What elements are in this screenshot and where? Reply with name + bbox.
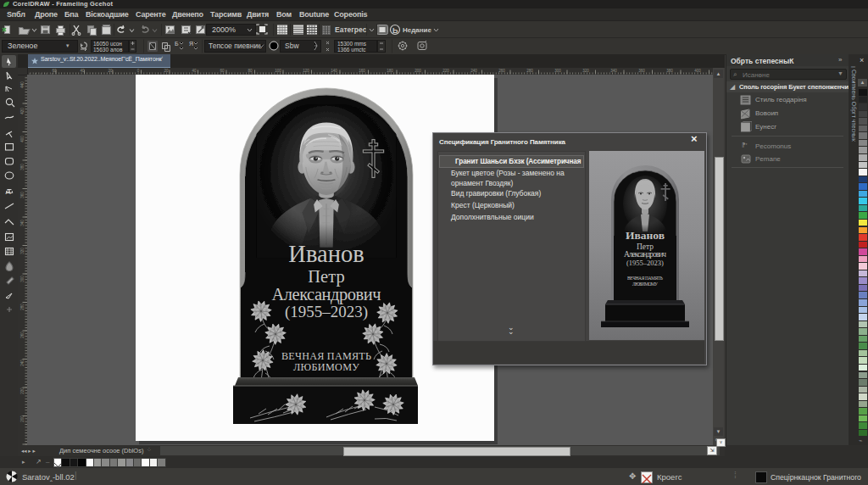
svg-text:Александрович: Александрович bbox=[624, 250, 666, 259]
svg-text:ЛЮБИМОМУ: ЛЮБИМОМУ bbox=[293, 361, 359, 373]
svg-text:440: 440 bbox=[20, 81, 25, 88]
svg-text:320: 320 bbox=[582, 69, 589, 73]
svg-text:260: 260 bbox=[20, 332, 25, 338]
svg-text:100: 100 bbox=[275, 69, 281, 73]
svg-text:380: 380 bbox=[666, 69, 673, 73]
svg-text:20: 20 bbox=[164, 69, 169, 73]
svg-text:120: 120 bbox=[303, 69, 309, 73]
svg-text:ВЕЧНАЯ ПАМЯТЬ: ВЕЧНАЯ ПАМЯТЬ bbox=[281, 350, 371, 362]
svg-text:340: 340 bbox=[20, 220, 25, 226]
svg-text:220: 220 bbox=[442, 69, 449, 73]
svg-text:80: 80 bbox=[248, 69, 253, 73]
svg-text:420: 420 bbox=[20, 108, 25, 114]
svg-text:340: 340 bbox=[610, 69, 617, 73]
svg-text:40: 40 bbox=[80, 69, 85, 73]
svg-text:160: 160 bbox=[359, 69, 365, 73]
svg-text:Еатегрес: Еатегрес bbox=[335, 25, 367, 34]
svg-text:Я: Я bbox=[189, 41, 193, 47]
svg-text:360: 360 bbox=[638, 69, 645, 73]
svg-text:Недание: Недание bbox=[403, 26, 432, 34]
svg-text:280: 280 bbox=[20, 304, 25, 310]
svg-text:Александрович: Александрович bbox=[272, 285, 381, 304]
svg-text:200: 200 bbox=[20, 415, 25, 422]
svg-text:Иванов: Иванов bbox=[288, 241, 364, 267]
svg-text:Тепсое пиевние: Тепсое пиевние bbox=[209, 42, 262, 50]
svg-text:380: 380 bbox=[20, 164, 25, 170]
svg-text:(1955–2023): (1955–2023) bbox=[285, 303, 368, 321]
svg-text:300: 300 bbox=[20, 276, 25, 282]
svg-text:40: 40 bbox=[192, 69, 197, 73]
svg-text:(1955–2023): (1955–2023) bbox=[626, 259, 664, 267]
svg-text:360: 360 bbox=[20, 192, 25, 198]
svg-text:0: 0 bbox=[137, 69, 140, 73]
svg-text:15630 алов: 15630 алов bbox=[93, 47, 123, 53]
svg-text:Ь: Ь bbox=[392, 26, 398, 35]
svg-text:180: 180 bbox=[387, 69, 393, 73]
svg-text:240: 240 bbox=[470, 69, 477, 73]
svg-text:A: A bbox=[6, 187, 11, 196]
svg-text:60: 60 bbox=[52, 69, 57, 73]
svg-text:60: 60 bbox=[220, 69, 225, 73]
svg-text:200: 200 bbox=[415, 69, 421, 73]
svg-text:300: 300 bbox=[554, 69, 561, 73]
svg-text:16050 ucoн: 16050 ucoн bbox=[93, 41, 122, 47]
svg-text:Иванов: Иванов bbox=[626, 229, 665, 242]
svg-text:140: 140 bbox=[331, 69, 337, 73]
svg-text:1366 umctc: 1366 umctc bbox=[337, 47, 366, 53]
svg-text:20: 20 bbox=[108, 69, 113, 73]
svg-text:260: 260 bbox=[498, 69, 505, 73]
svg-text:280: 280 bbox=[526, 69, 533, 73]
svg-text:400: 400 bbox=[694, 69, 701, 73]
svg-text:240: 240 bbox=[20, 360, 25, 366]
svg-text:Sbw: Sbw bbox=[285, 42, 299, 50]
svg-text:15300 mms: 15300 mms bbox=[337, 41, 367, 47]
svg-text:ВЕЧНАЯ ПАМЯТЬ: ВЕЧНАЯ ПАМЯТЬ bbox=[627, 276, 663, 281]
svg-text:2000%: 2000% bbox=[212, 25, 236, 34]
svg-text:ЛЮБИМОМУ: ЛЮБИМОМУ bbox=[632, 282, 658, 287]
svg-text:Петр: Петр bbox=[308, 267, 344, 287]
svg-text:Б: Б bbox=[175, 41, 179, 47]
svg-text:220: 220 bbox=[20, 387, 25, 394]
svg-text:320: 320 bbox=[20, 248, 25, 254]
svg-text:400: 400 bbox=[20, 136, 25, 142]
